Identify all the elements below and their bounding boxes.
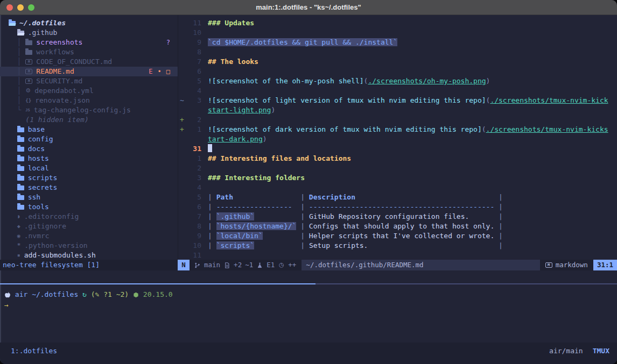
- json-icon: {}: [25, 96, 31, 105]
- tree-guide: [9, 231, 17, 241]
- editor-line[interactable]: 10| `scripts` | Setup scripts. |: [178, 241, 617, 251]
- prompt-segment: air: [11, 289, 32, 300]
- editor-line[interactable]: 7## The looks: [178, 57, 617, 67]
- line-number: 11: [187, 18, 201, 28]
- shell-pane[interactable]: air ~/.dotfiles ↻ (✎ ?1 ~2) 20.15.0 →: [0, 284, 617, 342]
- text-segment: ): [263, 135, 267, 143]
- tmux-window-name[interactable]: 1:.dotfiles: [11, 347, 57, 355]
- line-number: 5: [187, 76, 201, 86]
- tree-item-label: tag-changelog-config.js: [34, 105, 131, 115]
- text-segment: `hosts/{hostname}/`: [216, 222, 297, 230]
- gutter-sign: [178, 47, 187, 57]
- tree-item-scripts[interactable]: scripts: [0, 173, 178, 183]
- editor-line[interactable]: 7| `.github` | GitHub Repository configu…: [178, 212, 617, 222]
- tree-item-code-of-conduct-md[interactable]: │ MCODE_OF_CONDUCT.md: [0, 57, 178, 67]
- tree-item-secrets[interactable]: secrets: [0, 183, 178, 192]
- editor-line[interactable]: +2: [178, 115, 617, 125]
- gutter-sign: [178, 105, 187, 115]
- tree-item-label: hosts: [28, 154, 49, 163]
- editor-line[interactable]: 11: [178, 251, 617, 260]
- editor-line[interactable]: 4: [178, 183, 617, 192]
- line-text: start-light.png): [201, 105, 275, 115]
- tree-item-label: SECURITY.md: [36, 76, 82, 86]
- tree-item-dependabot-yml[interactable]: │ ⚙dependabot.yml: [0, 86, 178, 96]
- tree-item-editorconfig[interactable]: ◗.editorconfig: [0, 212, 178, 222]
- line-number: 7: [187, 212, 201, 222]
- editor-line[interactable]: start-light.png): [178, 105, 617, 115]
- text-segment: ## The looks: [208, 58, 258, 66]
- line-number: 2: [187, 163, 201, 173]
- folder-icon: [17, 175, 24, 181]
- git-status-item: main: [204, 260, 220, 270]
- tree-item-label: add-submodules.sh: [24, 251, 96, 260]
- tree-item-gitignore[interactable]: ◆.gitignore: [0, 222, 178, 231]
- editor-line[interactable]: 3### Interesting folders: [178, 173, 617, 183]
- prompt-arrow: →: [4, 300, 617, 311]
- editor-line[interactable]: tart-dark.png): [178, 134, 617, 144]
- tree-item-screenshots[interactable]: │ screenshots?: [0, 38, 178, 47]
- tree-item-docs[interactable]: docs: [0, 144, 178, 154]
- text-segment: GitHub Repository configuration files.: [309, 212, 469, 220]
- gutter-sign: [178, 251, 187, 260]
- git-status-item: ~1: [245, 260, 253, 270]
- tree-item-github[interactable]: .github: [0, 28, 178, 38]
- tree-item-1-hidden-item[interactable]: (1 hidden item): [0, 115, 178, 125]
- tmux-session-name: air/main: [549, 347, 583, 355]
- tree-item-renovate-json[interactable]: │ {}renovate.json: [0, 96, 178, 105]
- tree-item-label: (1 hidden item): [25, 115, 88, 125]
- tree-item-python-version[interactable]: *.python-version: [0, 241, 178, 251]
- editor-line[interactable]: 9`cd $HOME/.dotfiles && git pull && ./in…: [178, 38, 617, 47]
- editor-line[interactable]: 9| `local/bin` | Helper scripts that I'v…: [178, 231, 617, 241]
- tree-guide: [9, 173, 17, 183]
- editor-line[interactable]: 8| `hosts/{hostname}/` | Configs that sh…: [178, 222, 617, 231]
- editor-line[interactable]: 6| ------------------ | ----------------…: [178, 202, 617, 212]
- text-segment: `scripts`: [216, 241, 254, 249]
- gutter-sign: [178, 222, 187, 231]
- tree-item-label: .python-version: [24, 241, 87, 251]
- vim-cmdline[interactable]: [0, 270, 617, 283]
- tree-item-dotfiles[interactable]: ~/.dotfiles: [0, 18, 178, 28]
- folder-icon: [17, 127, 24, 132]
- line-number: 9: [187, 231, 201, 241]
- tree-item-tools[interactable]: tools: [0, 202, 178, 212]
- tree-item-base[interactable]: base: [0, 125, 178, 134]
- editor-line[interactable]: +1![screenshot of dark version of tmux w…: [178, 125, 617, 134]
- tree-item-label: workflows: [36, 47, 74, 57]
- tree-item-security-md[interactable]: │ MSECURITY.md: [0, 76, 178, 86]
- text-segment: |: [494, 222, 503, 230]
- text-segment: [254, 241, 296, 249]
- editor-line[interactable]: 1## Interesting files and locations: [178, 154, 617, 163]
- editor-line[interactable]: 4: [178, 86, 617, 96]
- line-text: `cd $HOME/.dotfiles && git pull && ./ins…: [201, 38, 397, 47]
- line-text: [201, 115, 208, 125]
- gutter-sign: [178, 86, 187, 96]
- editor-line[interactable]: 11### Updates: [178, 18, 617, 28]
- tree-item-ssh[interactable]: ssh: [0, 192, 178, 202]
- text-segment: Path: [216, 193, 233, 201]
- editor-line[interactable]: 6: [178, 67, 617, 76]
- editor-line[interactable]: 10: [178, 28, 617, 38]
- tree-item-tag-changelog-config-js[interactable]: └ JStag-changelog-config.js: [0, 105, 178, 115]
- tree-item-hosts[interactable]: hosts: [0, 154, 178, 163]
- tree-item-readme-md[interactable]: │ MREADME.mdE•□: [0, 67, 178, 76]
- text-segment: |: [208, 203, 216, 211]
- editor-line[interactable]: 2: [178, 163, 617, 173]
- editor-line[interactable]: 8: [178, 47, 617, 57]
- tree-item-label: README.md: [36, 67, 74, 76]
- window-title: main:1:.dotfiles - "ks~/.dotfiles": [0, 3, 617, 11]
- text-segment: ![screenshot of dark version of tmux wit…: [208, 125, 482, 133]
- editor-line[interactable]: 31: [178, 144, 617, 154]
- tmux-badge: TMUX: [593, 347, 609, 355]
- tree-item-nvmrc[interactable]: ◉.nvmrc: [0, 231, 178, 241]
- editor-buffer[interactable]: 11### Updates 10 9`cd $HOME/.dotfiles &&…: [178, 15, 617, 260]
- tree-item-add-submodules-sh[interactable]: ▪add-submodules.sh: [0, 251, 178, 260]
- editor-line[interactable]: ~3![screenshot of light version of tmux …: [178, 96, 617, 105]
- tree-item-config[interactable]: config: [0, 134, 178, 144]
- line-text: | `.github` | GitHub Repository configur…: [201, 212, 503, 222]
- tree-item-workflows[interactable]: │ workflows: [0, 47, 178, 57]
- tree-item-local[interactable]: local: [0, 163, 178, 173]
- folder-icon: [17, 156, 24, 161]
- editor-line[interactable]: 5![screenshot of the oh-my-posh shell](.…: [178, 76, 617, 86]
- text-segment: |: [296, 232, 308, 240]
- editor-line[interactable]: 5| Path | Description |: [178, 192, 617, 202]
